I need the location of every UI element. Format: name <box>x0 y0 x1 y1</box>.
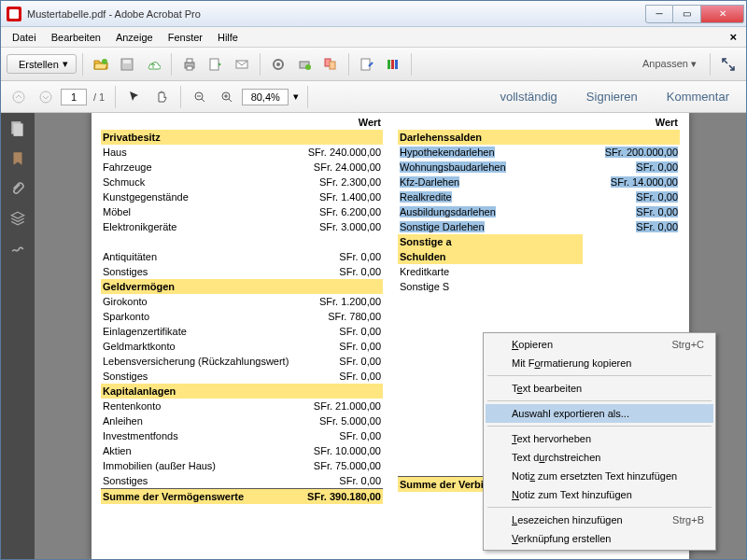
dropdown-arrow-icon: ▾ <box>63 58 68 70</box>
ctx-mit-formatierung[interactable]: Mit Formatierung kopieren <box>486 354 713 372</box>
arrow-up-icon <box>11 90 26 105</box>
arrow-down-icon <box>38 90 53 105</box>
ctx-auswahl-exportieren[interactable]: Auswahl exportieren als... <box>486 404 713 423</box>
signatures-icon[interactable] <box>9 240 26 257</box>
layers-icon[interactable] <box>9 210 26 227</box>
cloud-icon <box>146 57 161 72</box>
hand-tool[interactable] <box>149 85 174 109</box>
table-row: FahrzeugeSFr. 24.000,00 <box>101 160 383 175</box>
cursor-icon <box>127 90 142 105</box>
category-kapitalanlagen: Kapitalanlagen <box>101 384 383 399</box>
document-area[interactable]: Wert Privatbesitz HausSFr. 240.000,00 Fa… <box>35 113 746 559</box>
ctx-verknuepfung[interactable]: Verknüpfung erstellen <box>486 529 713 548</box>
email-icon <box>234 57 249 72</box>
menu-datei[interactable]: Datei <box>5 29 44 46</box>
toolbar-main: Erstellen ▾ Anpassen ▾ <box>1 48 746 81</box>
svg-point-21 <box>40 91 51 103</box>
context-menu: KKopierenopierenStrg+C Mit Formatierung … <box>483 332 716 551</box>
menu-bearbeiten[interactable]: Bearbeiten <box>44 29 108 46</box>
hand-icon <box>154 90 169 105</box>
zoom-in-icon <box>219 90 234 105</box>
folder-open-icon <box>93 57 108 72</box>
svg-rect-15 <box>330 62 335 69</box>
svg-point-2 <box>102 59 107 64</box>
category-privatbesitz: Privatbesitz <box>101 130 383 145</box>
ctx-notiz-ersetzt[interactable]: Notiz zum ersetzten Text hinzufügen <box>486 467 713 485</box>
bookmark-icon[interactable] <box>9 150 26 167</box>
window-title: Mustertabelle.pdf - Adobe Acrobat Pro <box>27 8 645 20</box>
menubar-close-icon[interactable]: × <box>724 30 742 44</box>
fullscreen-button[interactable] <box>716 52 740 77</box>
table-row: Immobilien (außer Haus)SFr. 75.000,00 <box>101 458 383 473</box>
table-row: RentenkontoSFr. 21.000,00 <box>101 399 383 413</box>
select-tool[interactable] <box>122 85 147 109</box>
svg-rect-25 <box>14 123 23 136</box>
app-window: Mustertabelle.pdf - Adobe Acrobat Pro ─ … <box>0 0 747 560</box>
left-column: Wert Privatbesitz HausSFr. 240.000,00 Fa… <box>101 115 383 504</box>
thumbnails-icon[interactable] <box>9 120 26 137</box>
share-button[interactable] <box>204 52 228 77</box>
close-button[interactable]: ✕ <box>701 5 744 23</box>
menu-fenster[interactable]: Fenster <box>161 29 210 46</box>
erstellen-button[interactable]: Erstellen ▾ <box>7 54 77 74</box>
ctx-lesezeichen[interactable]: Lesezeichen hinzufügenStrg+B <box>486 511 713 529</box>
table-row: Kreditkarte <box>398 264 680 279</box>
kommentar-button[interactable]: Kommentar <box>655 84 740 109</box>
table-row: HypothekendarlehenSFr. 200.000,00 <box>398 145 680 160</box>
ctx-text-durchstreichen[interactable]: Text durchstreichen <box>486 448 713 467</box>
email-button[interactable] <box>230 52 254 77</box>
save-icon <box>120 57 134 72</box>
save-button[interactable] <box>115 52 139 77</box>
settings-button[interactable] <box>266 52 290 77</box>
zoom-dropdown-icon[interactable]: ▾ <box>291 91 301 103</box>
menu-hilfe[interactable]: Hilfe <box>210 29 246 46</box>
print-button[interactable] <box>177 52 202 77</box>
table-row: Lebensversicherung (Rückzahlungswert)SFr… <box>101 354 383 369</box>
zoom-input[interactable] <box>242 89 289 105</box>
cloud-button[interactable] <box>141 52 165 77</box>
table-row <box>101 234 383 249</box>
zoom-in-button[interactable] <box>215 85 239 109</box>
open-button[interactable] <box>89 52 113 77</box>
color-icon <box>386 57 401 72</box>
color-button[interactable] <box>381 52 405 77</box>
minimize-button[interactable]: ─ <box>645 5 673 23</box>
table-row: InvestmentfondsSFr. 0,00 <box>101 428 383 443</box>
next-page-button[interactable] <box>34 85 58 109</box>
ctx-text-hervorheben[interactable]: Text hervorheben <box>486 429 713 448</box>
prev-page-button[interactable] <box>7 85 31 109</box>
print-icon <box>182 57 197 72</box>
attachment-icon[interactable] <box>9 180 26 197</box>
page-total: / 1 <box>90 91 108 103</box>
signieren-button[interactable]: Signieren <box>575 84 649 109</box>
ctx-text-bearbeiten[interactable]: Text bearbeiten <box>486 379 713 398</box>
menu-anzeige[interactable]: Anzeige <box>108 29 161 46</box>
svg-point-13 <box>305 64 311 70</box>
table-row: EinlagenzertifikateSFr. 0,00 <box>101 324 383 339</box>
ctx-notiz-text[interactable]: Notiz zum Text hinzufügen <box>486 485 713 504</box>
anpassen-button[interactable]: Anpassen ▾ <box>635 55 704 73</box>
svg-rect-17 <box>388 60 390 69</box>
scan-button[interactable] <box>292 52 317 77</box>
gear-icon <box>271 57 286 72</box>
page-input[interactable] <box>61 89 87 105</box>
combine-button[interactable] <box>318 52 343 77</box>
svg-rect-8 <box>210 59 218 70</box>
table-row: Sonstige DarlehenSFr. 0,00 <box>398 219 680 234</box>
table-row: SchmuckSFr. 2.300,00 <box>101 175 383 189</box>
table-row: ElektronikgeräteSFr. 3.000,00 <box>101 219 383 234</box>
sign-button[interactable] <box>355 52 379 77</box>
app-icon <box>7 7 21 21</box>
svg-rect-7 <box>187 66 192 70</box>
svg-rect-4 <box>123 60 131 63</box>
svg-rect-18 <box>391 60 394 69</box>
maximize-button[interactable]: ▭ <box>673 5 701 23</box>
table-row: RealkrediteSFr. 0,00 <box>398 189 680 204</box>
ctx-kopieren[interactable]: KKopierenopierenStrg+C <box>486 335 713 354</box>
table-row: GeldmarktkontoSFr. 0,00 <box>101 339 383 354</box>
sidebar-panel <box>1 113 35 559</box>
table-row: Kfz-DarlehenSFr. 14.000,00 <box>398 175 680 189</box>
vollstaendig-button[interactable]: vollständig <box>488 84 568 109</box>
table-row: SonstigesSFr. 0,00 <box>101 264 383 279</box>
zoom-out-button[interactable] <box>188 85 212 109</box>
